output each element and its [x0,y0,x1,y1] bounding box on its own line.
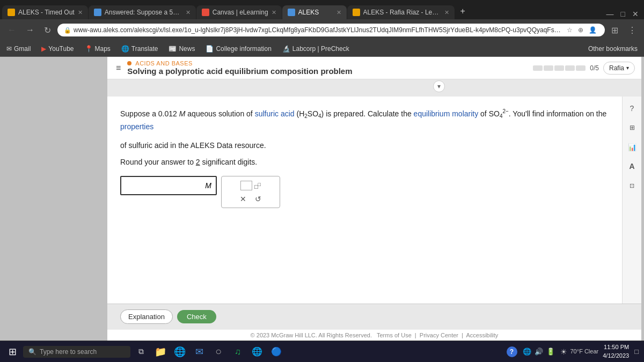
tab-favicon [202,9,209,16]
task-view-icon: ⧉ [138,347,144,356]
new-tab-button[interactable]: + [455,3,471,19]
maximize-button[interactable]: □ [618,9,628,19]
task-view-button[interactable]: ⧉ [133,343,150,360]
tab-aleks-active[interactable]: ALEKS ✕ [282,5,347,19]
spotify-button[interactable]: ♫ [229,343,246,360]
symbol-input[interactable] [240,181,252,190]
tab-favicon [8,9,15,16]
edge-browser-button[interactable]: 🌐 [171,343,188,360]
address-bar-icons: ☆ ⊕ 👤 [565,26,598,34]
tab-close-btn[interactable]: ✕ [78,9,83,16]
start-button[interactable]: ⊞ [4,344,21,360]
progress-seg-3 [554,65,564,71]
bookmark-label: Gmail [14,45,31,53]
close-window-button[interactable]: ✕ [629,9,642,19]
tab-label: Canvas | eLearning [213,9,268,16]
tab-close-btn[interactable]: ✕ [186,9,191,16]
terms-link[interactable]: Terms of Use [377,332,412,338]
tab-label: ALEKS [298,9,333,16]
back-button[interactable]: ← [4,24,19,36]
progress-seg-1 [533,65,543,71]
extensions-icon[interactable]: ⊕ [576,26,585,34]
chart-icon-btn[interactable]: 📊 [625,139,640,154]
circle-button[interactable]: ○ [210,343,227,360]
translate-icon: 🌐 [121,45,129,53]
text-icon-btn[interactable]: A [625,159,640,174]
app-button[interactable]: 🔵 [268,343,285,360]
gmail-icon: ✉ [6,45,12,53]
chrome-button[interactable]: 🌐 [248,343,266,360]
section-label: ACIDS AND BASES [127,60,529,67]
taskbar-search-box[interactable]: 🔍 Type here to search [23,346,130,358]
help-icon-btn[interactable]: ? [625,101,640,116]
bookmark-maps[interactable]: 📍 Maps [83,44,113,54]
bookmark-star-icon[interactable]: ☆ [565,26,574,34]
college-icon: 📄 [206,45,214,53]
bookmark-translate[interactable]: 🌐 Translate [119,44,160,54]
tab-canvas[interactable]: Canvas | eLearning ✕ [196,5,282,19]
browser-menu-button[interactable]: ⋮ [625,24,640,36]
network-icon[interactable]: 🌐 [522,346,532,357]
keyboard-icon-btn[interactable]: ⊡ [625,178,640,193]
tab-close-btn[interactable]: ✕ [336,9,341,16]
tab-answered[interactable]: Answered: Suppose a 500. mL fla ✕ [89,5,196,19]
symbol-actions: ✕ ↺ [240,195,261,203]
tab-aleks-rafia[interactable]: ALEKS - Rafia Riaz - Learn ✕ [347,5,455,19]
notification-icon[interactable]: □ [633,346,640,357]
folder-icon: 📁 [155,346,166,358]
tab-close-btn[interactable]: ✕ [272,9,276,16]
progress-bar [533,65,586,71]
grid-icon-btn[interactable]: ⊞ [625,120,640,135]
hamburger-menu-icon[interactable]: ≡ [114,62,123,74]
text-size-icon: A [629,162,634,171]
tab-favicon [353,9,360,16]
mail-button[interactable]: ✉ [191,343,208,360]
check-button[interactable]: Check [177,310,216,323]
other-bookmarks-label: Other bookmarks [588,45,638,53]
bookmark-gmail[interactable]: ✉ Gmail [4,44,33,54]
bookmark-news[interactable]: 📰 News [166,44,197,54]
bookmark-youtube[interactable]: ▶ YouTube [39,44,76,54]
tab-aleks-timedout[interactable]: ALEKS - Timed Out ✕ [2,5,88,19]
edge-icon: 🌐 [174,346,186,358]
battery-icon[interactable]: 🔋 [545,346,556,357]
bookmark-label: Translate [131,45,158,53]
explanation-button[interactable]: Explanation [120,309,173,324]
privacy-link[interactable]: Privacy Center [420,332,458,338]
extensions-menu-button[interactable]: ⊞ [608,24,621,36]
date-display: 4/12/2023 [603,352,629,360]
bookmark-label: College information [216,45,271,53]
tab-label: Answered: Suppose a 500. mL fla [105,9,182,16]
minimize-button[interactable]: — [603,9,617,19]
clock[interactable]: 11:50 PM 4/12/2023 [603,343,629,360]
user-menu-button[interactable]: Rafia ▾ [603,62,635,75]
symbol-undo-button[interactable]: ↺ [255,195,261,203]
symbol-clear-button[interactable]: ✕ [240,195,246,203]
answer-input[interactable] [126,181,205,190]
help-circle-button[interactable]: ? [507,346,517,357]
address-bar[interactable]: 🔒 www-awu.aleks.com/alekscgi/x/lsl.exe/1… [57,24,605,36]
expand-row: ▾ [107,79,641,94]
tab-label: ALEKS - Rafia Riaz - Learn [363,9,441,16]
profile-icon[interactable]: 👤 [587,26,598,34]
bookmark-college[interactable]: 📄 College information [203,44,273,54]
keyboard-icon: ⊡ [630,182,634,189]
right-margin [641,57,644,341]
forward-button[interactable]: → [23,24,38,36]
file-explorer-button[interactable]: 📁 [152,343,169,360]
bookmark-labcorp[interactable]: 🔬 Labcorp | PreCheck [280,44,352,54]
mail-icon: ✉ [195,346,203,358]
taskbar-right: ? 🌐 🔊 🔋 ☀ 70°F Clear 11:50 PM 4/12/2023 … [507,343,640,360]
other-bookmarks[interactable]: Other bookmarks [586,44,640,54]
expand-button[interactable]: ▾ [433,80,445,92]
volume-icon[interactable]: 🔊 [533,346,544,357]
answer-input-box[interactable]: M [120,176,217,195]
tab-favicon [94,9,101,16]
reload-button[interactable]: ↻ [41,24,54,36]
ssl-lock-icon: 🔒 [64,27,71,34]
problem-area: Suppose a 0.012 M aqueous solution of su… [107,97,622,304]
right-sidebar: ? ⊞ 📊 A ⊡ [622,97,641,304]
chevron-down-icon: ▾ [626,65,629,71]
tab-close-btn[interactable]: ✕ [444,9,449,16]
accessibility-link[interactable]: Accessibility [466,332,498,338]
